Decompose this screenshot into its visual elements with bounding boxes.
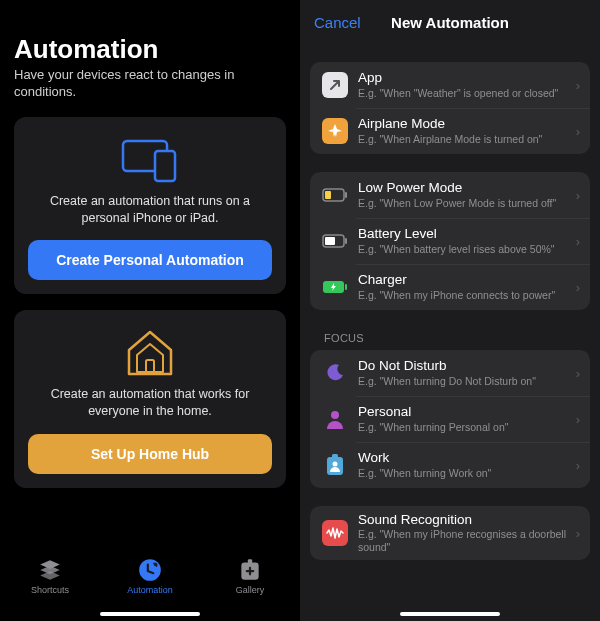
trigger-row-dnd[interactable]: Do Not DisturbE.g. "When turning Do Not … bbox=[310, 350, 590, 396]
tab-label: Automation bbox=[127, 585, 173, 595]
svg-rect-1 bbox=[155, 151, 175, 181]
svg-point-14 bbox=[331, 411, 339, 419]
svg-rect-8 bbox=[325, 191, 331, 199]
trigger-list: AppE.g. "When "Weather" is opened or clo… bbox=[300, 44, 600, 621]
new-automation-modal: Cancel New Automation AppE.g. "When "Wea… bbox=[300, 0, 600, 621]
row-text: Airplane ModeE.g. "When Airplane Mode is… bbox=[358, 116, 572, 145]
trigger-row-lowpower[interactable]: Low Power ModeE.g. "When Low Power Mode … bbox=[310, 172, 590, 218]
chevron-right-icon: › bbox=[576, 458, 580, 473]
group-header: FOCUS bbox=[324, 332, 590, 344]
svg-rect-13 bbox=[345, 284, 347, 290]
badge-icon bbox=[322, 452, 348, 478]
personal-card-desc: Create an automation that runs on a pers… bbox=[28, 193, 272, 227]
create-personal-automation-button[interactable]: Create Personal Automation bbox=[28, 240, 272, 280]
trigger-row-sound[interactable]: Sound RecognitionE.g. "When my iPhone re… bbox=[310, 506, 590, 560]
row-subtitle: E.g. "When turning Work on" bbox=[358, 467, 572, 480]
tab-gallery[interactable]: Gallery bbox=[215, 557, 285, 595]
trigger-group: AppE.g. "When "Weather" is opened or clo… bbox=[310, 62, 590, 154]
chevron-right-icon: › bbox=[576, 234, 580, 249]
tab-bar: Shortcuts Automation Gallery bbox=[0, 551, 300, 621]
row-subtitle: E.g. "When battery level rises above 50%… bbox=[358, 243, 572, 256]
row-subtitle: E.g. "When "Weather" is opened or closed… bbox=[358, 87, 572, 100]
modal-nav: Cancel New Automation bbox=[300, 0, 600, 44]
row-subtitle: E.g. "When my iPhone connects to power" bbox=[358, 289, 572, 302]
row-subtitle: E.g. "When Airplane Mode is turned on" bbox=[358, 133, 572, 146]
svg-rect-7 bbox=[345, 192, 347, 198]
page-subtitle: Have your devices react to changes in co… bbox=[14, 66, 286, 101]
row-title: Low Power Mode bbox=[358, 180, 572, 196]
trigger-group: Do Not DisturbE.g. "When turning Do Not … bbox=[310, 350, 590, 488]
home-indicator[interactable] bbox=[100, 612, 200, 616]
airplane-icon bbox=[322, 118, 348, 144]
home-automation-card: Create an automation that works for ever… bbox=[14, 310, 286, 488]
row-subtitle: E.g. "When my iPhone recognises a doorbe… bbox=[358, 528, 572, 554]
home-indicator[interactable] bbox=[400, 612, 500, 616]
chevron-right-icon: › bbox=[576, 280, 580, 295]
row-text: ChargerE.g. "When my iPhone connects to … bbox=[358, 272, 572, 301]
shortcuts-icon bbox=[37, 557, 63, 583]
row-title: Sound Recognition bbox=[358, 512, 572, 528]
app-icon bbox=[322, 72, 348, 98]
personal-automation-card: Create an automation that runs on a pers… bbox=[14, 117, 286, 295]
row-subtitle: E.g. "When turning Do Not Disturb on" bbox=[358, 375, 572, 388]
chevron-right-icon: › bbox=[576, 188, 580, 203]
set-up-home-hub-button[interactable]: Set Up Home Hub bbox=[28, 434, 272, 474]
trigger-row-personal[interactable]: PersonalE.g. "When turning Personal on"› bbox=[310, 396, 590, 442]
svg-rect-16 bbox=[332, 454, 338, 459]
modal-title: New Automation bbox=[391, 14, 509, 31]
row-title: Battery Level bbox=[358, 226, 572, 242]
svg-point-17 bbox=[333, 462, 338, 467]
row-text: AppE.g. "When "Weather" is opened or clo… bbox=[358, 70, 572, 99]
cancel-button[interactable]: Cancel bbox=[314, 14, 361, 31]
trigger-row-airplane[interactable]: Airplane ModeE.g. "When Airplane Mode is… bbox=[310, 108, 590, 154]
gallery-icon bbox=[237, 557, 263, 583]
row-title: App bbox=[358, 70, 572, 86]
row-title: Work bbox=[358, 450, 572, 466]
row-text: Battery LevelE.g. "When battery level ri… bbox=[358, 226, 572, 255]
sound-icon bbox=[322, 520, 348, 546]
row-text: Do Not DisturbE.g. "When turning Do Not … bbox=[358, 358, 572, 387]
chevron-right-icon: › bbox=[576, 412, 580, 427]
chevron-right-icon: › bbox=[576, 78, 580, 93]
tab-label: Shortcuts bbox=[31, 585, 69, 595]
low-power-icon bbox=[322, 182, 348, 208]
battery-icon bbox=[322, 228, 348, 254]
moon-icon bbox=[322, 360, 348, 386]
devices-icon bbox=[28, 133, 272, 187]
svg-rect-2 bbox=[146, 360, 154, 372]
row-text: Sound RecognitionE.g. "When my iPhone re… bbox=[358, 512, 572, 554]
svg-point-3 bbox=[139, 559, 161, 581]
charger-icon bbox=[322, 274, 348, 300]
row-title: Personal bbox=[358, 404, 572, 420]
trigger-group: Low Power ModeE.g. "When Low Power Mode … bbox=[310, 172, 590, 310]
automation-header: Automation Have your devices react to ch… bbox=[14, 0, 286, 101]
automation-screen: Automation Have your devices react to ch… bbox=[0, 0, 300, 621]
svg-rect-5 bbox=[248, 559, 252, 563]
row-subtitle: E.g. "When Low Power Mode is turned off" bbox=[358, 197, 572, 210]
svg-rect-11 bbox=[325, 237, 335, 245]
home-icon bbox=[28, 326, 272, 380]
trigger-row-work[interactable]: WorkE.g. "When turning Work on"› bbox=[310, 442, 590, 488]
tab-automation[interactable]: Automation bbox=[115, 557, 185, 595]
row-subtitle: E.g. "When turning Personal on" bbox=[358, 421, 572, 434]
person-icon bbox=[322, 406, 348, 432]
trigger-row-charger[interactable]: ChargerE.g. "When my iPhone connects to … bbox=[310, 264, 590, 310]
row-text: WorkE.g. "When turning Work on" bbox=[358, 450, 572, 479]
tab-label: Gallery bbox=[236, 585, 265, 595]
trigger-row-battery[interactable]: Battery LevelE.g. "When battery level ri… bbox=[310, 218, 590, 264]
row-title: Charger bbox=[358, 272, 572, 288]
chevron-right-icon: › bbox=[576, 366, 580, 381]
chevron-right-icon: › bbox=[576, 526, 580, 541]
trigger-group: Sound RecognitionE.g. "When my iPhone re… bbox=[310, 506, 590, 560]
page-title: Automation bbox=[14, 35, 286, 64]
trigger-row-app[interactable]: AppE.g. "When "Weather" is opened or clo… bbox=[310, 62, 590, 108]
svg-rect-10 bbox=[345, 238, 347, 244]
row-title: Airplane Mode bbox=[358, 116, 572, 132]
row-text: Low Power ModeE.g. "When Low Power Mode … bbox=[358, 180, 572, 209]
row-text: PersonalE.g. "When turning Personal on" bbox=[358, 404, 572, 433]
home-card-desc: Create an automation that works for ever… bbox=[28, 386, 272, 420]
row-title: Do Not Disturb bbox=[358, 358, 572, 374]
tab-shortcuts[interactable]: Shortcuts bbox=[15, 557, 85, 595]
chevron-right-icon: › bbox=[576, 124, 580, 139]
automation-icon bbox=[137, 557, 163, 583]
